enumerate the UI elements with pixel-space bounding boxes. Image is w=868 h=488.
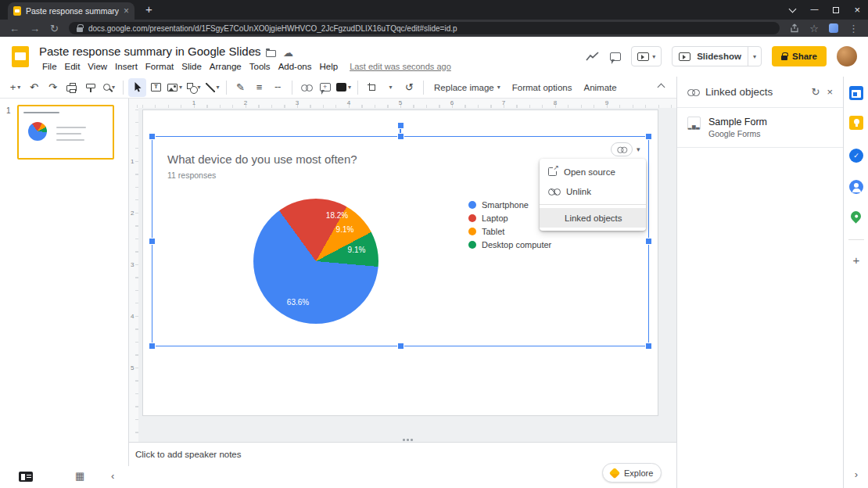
menu-addons[interactable]: Add-ons bbox=[274, 60, 316, 73]
reload-icon[interactable]: ↻ bbox=[50, 23, 59, 34]
collapse-filmstrip-icon[interactable]: ‹ bbox=[111, 470, 114, 482]
menu-file[interactable]: File bbox=[38, 60, 61, 73]
linked-object-item[interactable]: ▂▆▃ Sample Form Google Forms bbox=[677, 108, 843, 148]
menu-arrange[interactable]: Arrange bbox=[206, 60, 246, 73]
reset-image-button[interactable]: ↺ bbox=[400, 78, 418, 97]
minimize-icon[interactable]: — bbox=[810, 5, 818, 13]
explore-button[interactable]: Explore bbox=[602, 463, 662, 483]
window-close-icon[interactable]: × bbox=[854, 4, 860, 16]
slide-thumbnail[interactable] bbox=[17, 105, 114, 160]
collapse-toolbar-icon[interactable] bbox=[658, 84, 665, 92]
format-options-button[interactable]: Format options bbox=[507, 83, 578, 92]
insert-shape-button[interactable]: ▾ bbox=[185, 78, 203, 97]
browser-menu-icon[interactable]: ⋮ bbox=[848, 23, 859, 34]
rotate-handle[interactable] bbox=[398, 123, 404, 128]
replace-image-button[interactable]: Replace image▾ bbox=[429, 83, 506, 92]
linked-chart-dropdown-icon[interactable]: ▾ bbox=[637, 145, 640, 153]
border-color-button[interactable]: ✎ bbox=[231, 78, 249, 97]
select-tool-button[interactable] bbox=[128, 78, 146, 97]
tab-search-icon[interactable] bbox=[789, 5, 797, 13]
refresh-icon[interactable]: ↻ bbox=[812, 86, 820, 98]
present-button[interactable]: ▾ bbox=[631, 46, 662, 66]
redo-button[interactable]: ↷ bbox=[44, 78, 62, 97]
filmstrip-view-button[interactable] bbox=[19, 472, 33, 482]
speaker-notes[interactable]: Click to add speaker notes bbox=[129, 442, 676, 466]
speaker-notes-placeholder[interactable]: Click to add speaker notes bbox=[135, 450, 242, 459]
new-tab-button[interactable]: + bbox=[145, 2, 152, 17]
tab-close-icon[interactable]: × bbox=[124, 5, 129, 16]
print-button[interactable] bbox=[63, 78, 81, 97]
menu-help[interactable]: Help bbox=[315, 60, 342, 73]
star-document-icon[interactable]: ☆ bbox=[250, 47, 260, 59]
share-page-icon[interactable] bbox=[790, 23, 799, 33]
selection-handle-bottom-left[interactable] bbox=[149, 343, 155, 349]
notes-resize-handle[interactable] bbox=[403, 439, 413, 441]
keep-icon[interactable] bbox=[849, 116, 863, 130]
menu-tools[interactable]: Tools bbox=[246, 60, 274, 73]
selection-handle-top-middle[interactable] bbox=[398, 134, 404, 139]
pie-slice-label: 63.6% bbox=[287, 298, 309, 307]
contacts-icon[interactable] bbox=[849, 180, 863, 194]
fill-color-button[interactable]: ▾ bbox=[335, 78, 353, 97]
border-dash-button[interactable]: ╌ bbox=[269, 78, 287, 97]
selection-handle-top-left[interactable] bbox=[149, 134, 155, 139]
browser-toolbar: ← → ↻ docs.google.com/presentation/d/1FS… bbox=[0, 20, 868, 37]
paint-format-button[interactable] bbox=[81, 78, 99, 97]
browser-tab[interactable]: Paste response summary in Goo × bbox=[8, 2, 135, 20]
grid-view-button[interactable]: ▦ bbox=[75, 470, 84, 482]
document-title[interactable]: Paste response summary in Google Slides bbox=[39, 45, 260, 58]
comments-icon[interactable] bbox=[610, 52, 621, 61]
menu-view[interactable]: View bbox=[84, 60, 111, 73]
back-icon[interactable]: ← bbox=[9, 23, 20, 34]
pie-chart[interactable]: 63.6%18.2%9.1%9.1% bbox=[253, 199, 378, 324]
crop-button[interactable] bbox=[363, 78, 381, 97]
slideshow-dropdown-icon[interactable]: ▾ bbox=[748, 53, 761, 60]
ruler-number: 7 bbox=[502, 99, 505, 106]
collapse-panel-icon[interactable]: › bbox=[844, 468, 868, 480]
share-button[interactable]: Share bbox=[772, 46, 827, 66]
selection-handle-bottom-right[interactable] bbox=[646, 343, 651, 349]
selection-handle-bottom-middle[interactable] bbox=[398, 343, 404, 349]
border-weight-button[interactable]: ≡ bbox=[250, 78, 268, 97]
ruler-number: 4 bbox=[131, 313, 134, 320]
menu-format[interactable]: Format bbox=[142, 60, 178, 73]
menu-item-unlink[interactable]: Unlink bbox=[540, 181, 646, 201]
maximize-icon[interactable] bbox=[833, 7, 839, 13]
menu-insert[interactable]: Insert bbox=[111, 60, 142, 73]
zoom-button[interactable]: ▾ bbox=[100, 78, 118, 97]
close-panel-icon[interactable]: × bbox=[827, 86, 833, 98]
selection-handle-top-right[interactable] bbox=[646, 134, 651, 139]
maps-icon[interactable] bbox=[848, 209, 863, 223]
mask-image-button[interactable]: ▾ bbox=[382, 78, 400, 97]
animate-button[interactable]: Animate bbox=[578, 83, 622, 92]
extension-icon[interactable] bbox=[829, 23, 838, 33]
last-edit-link[interactable]: Last edit was seconds ago bbox=[350, 62, 451, 71]
forward-icon[interactable]: → bbox=[30, 23, 40, 34]
user-avatar[interactable] bbox=[837, 46, 857, 66]
slide-canvas[interactable]: 123456789 12345 What device do you use m… bbox=[129, 99, 676, 442]
insert-line-button[interactable]: ▾ bbox=[203, 78, 221, 97]
menu-item-open-source[interactable]: Open source bbox=[540, 162, 646, 181]
undo-button[interactable]: ↶ bbox=[25, 78, 43, 97]
add-comment-button[interactable] bbox=[316, 78, 334, 97]
selection-handle-middle-right[interactable] bbox=[646, 239, 651, 244]
menu-edit[interactable]: Edit bbox=[61, 60, 84, 73]
bookmark-star-icon[interactable]: ☆ bbox=[809, 23, 819, 34]
slides-logo-icon[interactable] bbox=[12, 46, 29, 67]
new-slide-button[interactable]: +▾ bbox=[6, 78, 24, 97]
insert-image-button[interactable]: ▾ bbox=[166, 78, 184, 97]
slide-editor[interactable]: What device do you use most often? 11 re… bbox=[142, 109, 658, 416]
menu-item-linked-objects[interactable]: Linked objects bbox=[540, 208, 646, 228]
add-addon-icon[interactable]: + bbox=[844, 253, 868, 267]
menu-slide[interactable]: Slide bbox=[178, 60, 206, 73]
linked-chart-button[interactable] bbox=[611, 142, 633, 156]
tasks-icon[interactable]: ✓ bbox=[849, 149, 863, 163]
address-bar[interactable]: docs.google.com/presentation/d/1FSgyE7Co… bbox=[69, 22, 780, 34]
move-folder-icon[interactable] bbox=[266, 50, 276, 57]
selection-handle-middle-left[interactable] bbox=[149, 239, 155, 244]
text-box-button[interactable] bbox=[147, 78, 165, 97]
slideshow-button[interactable]: Slideshow ▾ bbox=[672, 46, 762, 66]
insights-icon[interactable] bbox=[586, 51, 600, 62]
insert-link-button[interactable] bbox=[297, 78, 315, 97]
calendar-icon[interactable] bbox=[849, 86, 863, 100]
